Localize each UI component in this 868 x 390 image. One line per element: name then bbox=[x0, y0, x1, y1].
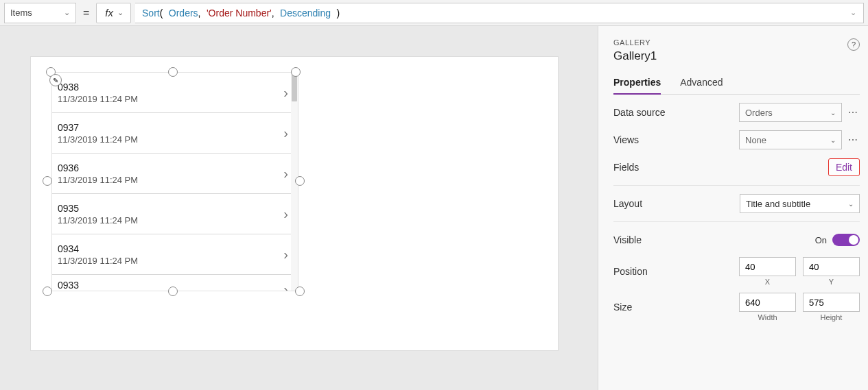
chevron-down-icon: ⌄ bbox=[117, 8, 124, 17]
position-y-input[interactable] bbox=[803, 257, 860, 276]
resize-handle-icon[interactable] bbox=[291, 67, 301, 77]
properties-panel: GALLERY Gallery1 ? Properties Advanced D… bbox=[598, 26, 868, 390]
visible-state-label: On bbox=[815, 235, 827, 245]
datasource-value: Orders bbox=[745, 108, 773, 118]
gallery-item-title: 0934 bbox=[58, 243, 283, 254]
prop-label-layout: Layout bbox=[613, 198, 740, 209]
gallery-item-subtitle: 11/3/2019 11:24 PM bbox=[58, 215, 283, 226]
chevron-down-icon: ⌄ bbox=[64, 8, 70, 17]
gallery-item-subtitle: 11/3/2019 11:24 PM bbox=[58, 256, 283, 266]
more-options-icon[interactable]: ⋯ bbox=[846, 134, 860, 145]
gallery-item-title: 0935 bbox=[58, 203, 283, 214]
more-options-icon[interactable]: ⋯ bbox=[846, 107, 860, 118]
views-value: None bbox=[745, 135, 766, 145]
gallery-control[interactable]: 0938 11/3/2019 11:24 PM › 0937 11/3/2019… bbox=[51, 72, 298, 291]
position-x-caption: X bbox=[765, 278, 770, 286]
chevron-right-icon[interactable]: › bbox=[283, 247, 291, 263]
property-dropdown-label: Items bbox=[10, 8, 32, 18]
formula-token-arg2: 'Order Number' bbox=[207, 8, 272, 19]
prop-label-visible: Visible bbox=[613, 234, 815, 245]
position-y-caption: Y bbox=[829, 278, 834, 286]
fx-button-group: fx ⌄ bbox=[96, 3, 131, 23]
size-width-caption: Width bbox=[758, 313, 777, 321]
resize-handle-icon[interactable] bbox=[168, 287, 178, 296]
chevron-down-icon: ⌄ bbox=[848, 200, 854, 208]
control-name[interactable]: Gallery1 bbox=[613, 49, 657, 63]
gallery-item-title: 0938 bbox=[58, 82, 283, 93]
formula-token-fn: Sort bbox=[142, 8, 160, 19]
chevron-right-icon[interactable]: › bbox=[283, 166, 291, 182]
tab-properties[interactable]: Properties bbox=[613, 77, 661, 95]
gallery-item[interactable]: 0936 11/3/2019 11:24 PM › bbox=[52, 154, 298, 194]
chevron-right-icon[interactable]: › bbox=[283, 206, 291, 222]
gallery-item[interactable]: 0934 11/3/2019 11:24 PM › bbox=[52, 234, 298, 275]
chevron-right-icon[interactable]: › bbox=[283, 125, 291, 141]
tab-advanced[interactable]: Advanced bbox=[680, 77, 723, 94]
gallery-item[interactable]: 0938 11/3/2019 11:24 PM › bbox=[52, 73, 298, 113]
prop-label-views: Views bbox=[613, 134, 739, 145]
chevron-down-icon: ⌄ bbox=[830, 136, 836, 144]
formula-token-sep2: , bbox=[272, 8, 274, 19]
prop-label-position: Position bbox=[613, 266, 739, 277]
prop-label-fields: Fields bbox=[613, 162, 828, 173]
gallery-item-title: 0937 bbox=[58, 122, 283, 133]
chevron-right-icon[interactable]: › bbox=[283, 85, 291, 101]
gallery-item[interactable]: 0935 11/3/2019 11:24 PM › bbox=[52, 194, 298, 234]
resize-handle-icon[interactable] bbox=[295, 176, 305, 186]
datasource-dropdown[interactable]: Orders ⌄ bbox=[739, 103, 842, 122]
formula-token-close: ) bbox=[336, 8, 340, 19]
gallery-item[interactable]: 0937 11/3/2019 11:24 PM › bbox=[52, 113, 298, 154]
equals-sign: = bbox=[80, 7, 92, 19]
size-width-input[interactable] bbox=[739, 293, 796, 312]
panel-tabs: Properties Advanced bbox=[613, 77, 860, 95]
layout-dropdown[interactable]: Title and subtitle ⌄ bbox=[740, 194, 860, 213]
edit-template-icon[interactable]: ✎ bbox=[49, 74, 62, 86]
chevron-down-icon[interactable]: ⌄ bbox=[850, 8, 856, 17]
gallery-item-title: 0936 bbox=[58, 162, 283, 173]
formula-token-arg1: Orders bbox=[169, 8, 198, 19]
fx-button[interactable]: fx ⌄ bbox=[97, 7, 130, 19]
fx-label: fx bbox=[105, 7, 113, 19]
prop-label-datasource: Data source bbox=[613, 107, 739, 118]
scrollbar-thumb[interactable] bbox=[292, 73, 297, 101]
chevron-down-icon: ⌄ bbox=[830, 109, 836, 117]
gallery-item-subtitle: 11/3/2019 11:24 PM bbox=[58, 134, 283, 145]
resize-handle-icon[interactable] bbox=[43, 287, 52, 296]
formula-token-open: ( bbox=[160, 8, 163, 19]
resize-handle-icon[interactable] bbox=[168, 67, 178, 77]
size-height-input[interactable] bbox=[803, 293, 860, 312]
size-height-caption: Height bbox=[821, 313, 843, 321]
gallery-item-subtitle: 11/3/2019 11:24 PM bbox=[58, 175, 283, 185]
position-x-input[interactable] bbox=[739, 257, 796, 276]
resize-handle-icon[interactable] bbox=[43, 176, 52, 186]
formula-token-arg3: Descending bbox=[280, 8, 331, 19]
fields-edit-button[interactable]: Edit bbox=[828, 158, 860, 176]
resize-handle-icon[interactable] bbox=[295, 287, 305, 296]
gallery-item-subtitle: 11/3/2019 11:24 PM bbox=[58, 94, 283, 104]
prop-label-size: Size bbox=[613, 302, 739, 313]
formula-bar: Items ⌄ = fx ⌄ Sort ( Orders , 'Order Nu… bbox=[0, 0, 868, 26]
canvas-area: 0938 11/3/2019 11:24 PM › 0937 11/3/2019… bbox=[0, 26, 598, 390]
visible-toggle[interactable] bbox=[832, 234, 860, 246]
control-type-label: GALLERY bbox=[613, 38, 657, 47]
formula-token-sep1: , bbox=[198, 8, 201, 19]
layout-value: Title and subtitle bbox=[746, 199, 810, 209]
views-dropdown[interactable]: None ⌄ bbox=[739, 130, 842, 149]
help-icon[interactable]: ? bbox=[847, 38, 860, 51]
chevron-right-icon[interactable]: › bbox=[283, 282, 291, 291]
property-dropdown[interactable]: Items ⌄ bbox=[4, 3, 76, 23]
formula-input[interactable]: Sort ( Orders , 'Order Number' , Descend… bbox=[135, 3, 864, 23]
app-canvas[interactable]: 0938 11/3/2019 11:24 PM › 0937 11/3/2019… bbox=[30, 56, 559, 351]
